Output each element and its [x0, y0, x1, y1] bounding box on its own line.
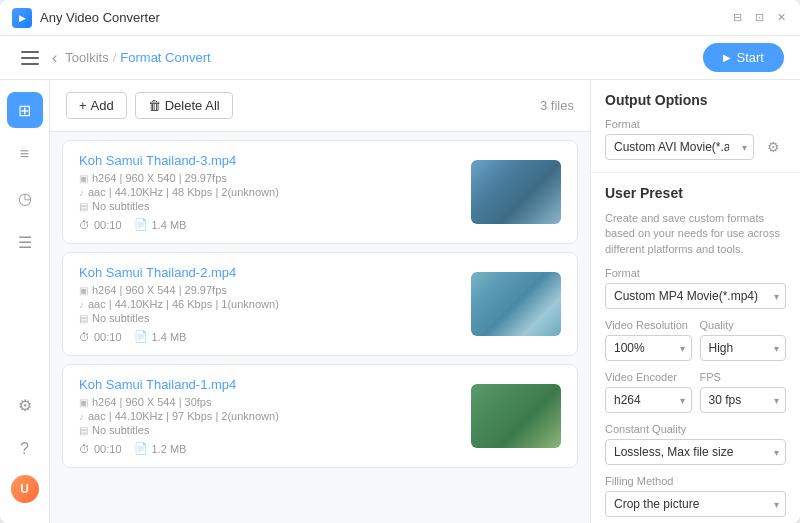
subtitle-row: ▤ No subtitles: [79, 312, 459, 324]
main-content: ⊞ ≡ ◷ ☰ ⚙ ? U: [0, 80, 800, 523]
file-list-toolbar: + Add 🗑 Delete All 3 files: [50, 80, 590, 132]
sidebar-item-list[interactable]: ≡: [7, 136, 43, 172]
sidebar-item-home[interactable]: ⊞: [7, 92, 43, 128]
encoder-select[interactable]: h264: [605, 387, 692, 413]
back-button[interactable]: ‹: [52, 49, 57, 67]
encoder-col: Video Encoder h264: [605, 371, 692, 413]
table-row[interactable]: Koh Samui Thailand-2.mp4 ▣ h264 | 960 X …: [62, 252, 578, 356]
sidebar-item-history[interactable]: ◷: [7, 180, 43, 216]
output-options-title: Output Options: [605, 92, 786, 108]
preset-format-select[interactable]: Custom MP4 Movie(*.mp4): [605, 283, 786, 309]
subtitle-icon: ▤: [79, 201, 88, 212]
video-icon: ▣: [79, 173, 88, 184]
file-thumbnail: [471, 272, 561, 336]
nav-bar: ‹ Toolkits / Format Convert Start: [0, 36, 800, 80]
user-preset-description: Create and save custom formats based on …: [605, 211, 786, 257]
fps-col: FPS 30 fps: [700, 371, 787, 413]
history-icon: ◷: [18, 189, 32, 208]
gear-icon: ⚙: [18, 396, 32, 415]
resolution-select[interactable]: 100%: [605, 335, 692, 361]
delete-all-button[interactable]: 🗑 Delete All: [135, 92, 233, 119]
help-button[interactable]: ?: [7, 431, 43, 467]
sidebar-item-menu[interactable]: ☰: [7, 224, 43, 260]
file-icon: 📄: [134, 218, 148, 231]
video-meta: h264 | 960 X 544 | 29.97fps: [92, 284, 227, 296]
subtitle-icon: ▤: [79, 425, 88, 436]
size-stat: 📄 1.4 MB: [134, 218, 187, 231]
table-row[interactable]: Koh Samui Thailand-1.mp4 ▣ h264 | 960 X …: [62, 364, 578, 468]
file-stats: ⏱ 00:10 📄 1.2 MB: [79, 442, 459, 455]
quality-select-wrapper: High: [700, 335, 787, 361]
sidebar: ⊞ ≡ ◷ ☰ ⚙ ? U: [0, 80, 50, 523]
output-options-section: Output Options Format Custom AVI Movie(*…: [591, 80, 800, 173]
clock-icon: ⏱: [79, 331, 90, 343]
settings-button[interactable]: ⚙: [7, 387, 43, 423]
audio-meta: aac | 44.10KHz | 97 Kbps | 2(unknown): [88, 410, 279, 422]
preset-format-label: Format: [605, 267, 786, 279]
duration-stat: ⏱ 00:10: [79, 218, 122, 231]
subtitle-icon: ▤: [79, 313, 88, 324]
file-info: Koh Samui Thailand-2.mp4 ▣ h264 | 960 X …: [79, 265, 459, 343]
file-icon: 📄: [134, 442, 148, 455]
audio-icon: ♪: [79, 299, 84, 310]
filling-method-container: Filling Method Crop the picture: [605, 475, 786, 517]
quality-col: Quality High: [700, 319, 787, 361]
fps-select-wrapper: 30 fps: [700, 387, 787, 413]
file-list-area: + Add 🗑 Delete All 3 files Koh Samui Tha…: [50, 80, 590, 523]
app-title: Any Video Converter: [40, 10, 160, 25]
app-icon: [12, 8, 32, 28]
quality-select[interactable]: High: [700, 335, 787, 361]
subtitle-row: ▤ No subtitles: [79, 424, 459, 436]
duration-stat: ⏱ 00:10: [79, 442, 122, 455]
video-meta: h264 | 960 X 544 | 30fps: [92, 396, 211, 408]
audio-icon: ♪: [79, 411, 84, 422]
encoder-label: Video Encoder: [605, 371, 692, 383]
file-meta: ▣ h264 | 960 X 544 | 30fps ♪ aac | 44.10…: [79, 396, 459, 436]
format-row: Custom AVI Movie(*.avi) ⚙: [605, 134, 786, 160]
size-stat: 📄 1.4 MB: [134, 330, 187, 343]
menu-line: [21, 63, 39, 65]
table-row[interactable]: Koh Samui Thailand-3.mp4 ▣ h264 | 960 X …: [62, 140, 578, 244]
title-bar-left: Any Video Converter: [12, 8, 160, 28]
clock-icon: ⏱: [79, 219, 90, 231]
file-name: Koh Samui Thailand-2.mp4: [79, 265, 459, 280]
close-button[interactable]: ✕: [774, 11, 788, 25]
file-meta: ▣ h264 | 960 X 540 | 29.97fps ♪ aac | 44…: [79, 172, 459, 212]
file-icon: 📄: [134, 330, 148, 343]
audio-meta: aac | 44.10KHz | 48 Kbps | 2(unknown): [88, 186, 279, 198]
format-settings-button[interactable]: ⚙: [760, 134, 786, 160]
maximize-button[interactable]: ⊡: [752, 11, 766, 25]
video-meta: h264 | 960 X 540 | 29.97fps: [92, 172, 227, 184]
encoder-fps-row: Video Encoder h264 FPS 30 fps: [605, 371, 786, 413]
subtitle-meta: No subtitles: [92, 200, 149, 212]
filling-method-select[interactable]: Crop the picture: [605, 491, 786, 517]
output-panel: Output Options Format Custom AVI Movie(*…: [590, 80, 800, 523]
file-stats: ⏱ 00:10 📄 1.4 MB: [79, 218, 459, 231]
menu-toggle-button[interactable]: [16, 44, 44, 72]
audio-icon: ♪: [79, 187, 84, 198]
fps-select[interactable]: 30 fps: [700, 387, 787, 413]
nav-left: ‹ Toolkits / Format Convert: [16, 44, 211, 72]
app-window: Any Video Converter ⊟ ⊡ ✕ ‹ Toolkits / F…: [0, 0, 800, 523]
minimize-button[interactable]: ⊟: [730, 11, 744, 25]
title-bar: Any Video Converter ⊟ ⊡ ✕: [0, 0, 800, 36]
constant-quality-container: Constant Quality Lossless, Max file size: [605, 423, 786, 465]
constant-quality-select[interactable]: Lossless, Max file size: [605, 439, 786, 465]
format-select[interactable]: Custom AVI Movie(*.avi): [605, 134, 754, 160]
help-icon: ?: [20, 440, 29, 458]
breadcrumb: Toolkits / Format Convert: [65, 50, 210, 65]
duration-stat: ⏱ 00:10: [79, 330, 122, 343]
breadcrumb-toolkits[interactable]: Toolkits: [65, 50, 108, 65]
avatar[interactable]: U: [11, 475, 39, 503]
file-name: Koh Samui Thailand-1.mp4: [79, 377, 459, 392]
start-button[interactable]: Start: [703, 43, 784, 72]
home-icon: ⊞: [18, 101, 31, 120]
menu-line: [21, 57, 39, 59]
file-name: Koh Samui Thailand-3.mp4: [79, 153, 459, 168]
fps-label: FPS: [700, 371, 787, 383]
quality-label: Quality: [700, 319, 787, 331]
add-button[interactable]: + Add: [66, 92, 127, 119]
breadcrumb-separator: /: [113, 50, 117, 65]
file-thumbnail: [471, 160, 561, 224]
resolution-col: Video Resolution 100%: [605, 319, 692, 361]
